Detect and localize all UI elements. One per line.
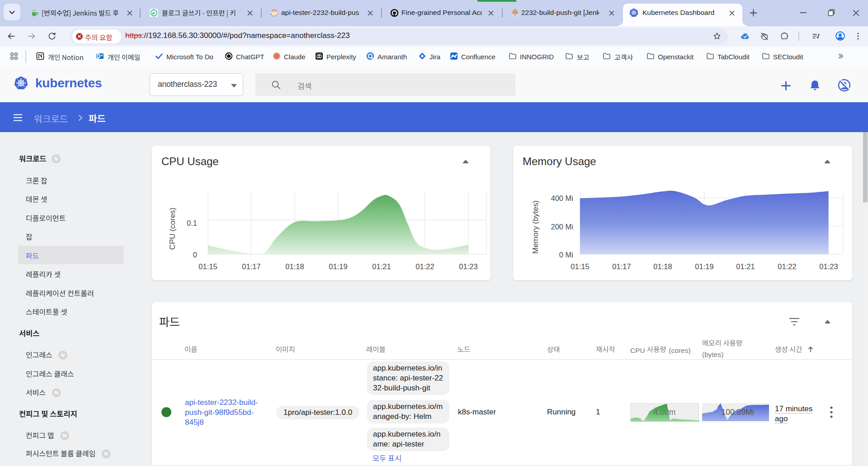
svg-text:N: N	[104, 451, 108, 456]
svg-text:N: N	[54, 156, 58, 162]
svg-text:N: N	[63, 433, 66, 438]
svg-text:N: N	[61, 352, 65, 358]
svg-text:N: N	[55, 390, 58, 395]
